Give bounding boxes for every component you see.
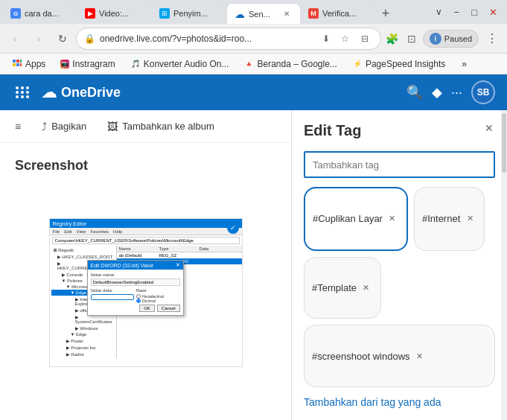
apps-bookmark-label: Apps	[25, 59, 45, 69]
add-tab-button[interactable]: +	[375, 3, 396, 24]
svg-rect-3	[13, 63, 16, 66]
share-icon: ⤴	[42, 121, 47, 133]
bookmark-instragram[interactable]: 📷 Instragram	[54, 57, 121, 71]
tag-input-field[interactable]	[304, 151, 495, 178]
tab-onedrive[interactable]: ☁ Sen... ✕	[226, 3, 301, 24]
bookmark-konverter[interactable]: 🎵 Konverter Audio On...	[124, 57, 235, 71]
refresh-button[interactable]: ↻	[52, 28, 73, 49]
forward-button[interactable]: ›	[28, 28, 49, 49]
address-bar-row: ‹ › ↻ 🔒 onedrive.live.com/?v=photos&id=r…	[0, 24, 507, 54]
download-icon[interactable]: ⬇	[318, 31, 334, 47]
more-bookmarks-button[interactable]: »	[456, 57, 473, 71]
tab-title-5: Verifica...	[322, 9, 356, 18]
paused-label: Paused	[444, 34, 472, 43]
star-icon[interactable]: ☆	[337, 31, 354, 47]
konverter-icon: 🎵	[130, 59, 141, 69]
tag-label-cuplikan: #Cuplikan Layar	[313, 213, 383, 224]
svg-rect-5	[20, 63, 22, 66]
tag-remove-screenshoot[interactable]: ✕	[413, 349, 427, 363]
album-icon: 🖼	[107, 121, 118, 133]
apps-bookmark-icon	[12, 59, 22, 69]
instragram-icon: 📷	[60, 60, 69, 69]
browser-menu-button[interactable]: ⋮	[482, 28, 503, 49]
address-field[interactable]: 🔒 onedrive.live.com/?v=photos&id=roo... …	[76, 28, 381, 50]
tag-template[interactable]: #Template ✕	[304, 257, 381, 319]
premium-icon[interactable]: ◆	[432, 84, 442, 101]
onedrive-logo-text: OneDrive	[61, 85, 121, 101]
tag-cuplikan-layar[interactable]: #Cuplikan Layar ✕	[304, 187, 408, 251]
extensions-icon[interactable]: 🧩	[384, 31, 401, 47]
header-more-button[interactable]: ···	[451, 85, 462, 101]
tag-label-template: #Template	[312, 282, 357, 293]
svg-rect-0	[13, 60, 16, 63]
extension-avatar-label: i	[434, 35, 436, 42]
header-actions: 🔍 ◆ ··· SB	[406, 80, 495, 104]
tag-list: #Cuplikan Layar ✕ #Internet ✕ #Template …	[304, 187, 495, 387]
tag-screenshoot-windows[interactable]: #screenshoot windows ✕	[304, 325, 495, 387]
screenshot-thumbnail[interactable]: Registry Editor FileEditViewFavoritesHel…	[49, 218, 243, 367]
tab-close-4[interactable]: ✕	[281, 8, 293, 20]
search-icon[interactable]: 🔍	[406, 84, 423, 101]
lock-icon: 🔒	[84, 34, 95, 44]
tab-favicon-5: M	[308, 8, 319, 19]
beranda-icon: 🔺	[243, 59, 254, 69]
extension-avatar-icon: i	[430, 33, 441, 45]
close-button[interactable]: ✕	[485, 5, 501, 19]
tag-remove-cuplikan[interactable]: ✕	[386, 212, 399, 226]
add-from-existing-link[interactable]: Tambahkan dari tag yang ada	[304, 396, 495, 408]
window-controls: ∨ − □ ✕	[426, 0, 507, 24]
onedrive-logo[interactable]: ☁ OneDrive	[42, 83, 121, 101]
tab-title-4: Sen...	[249, 10, 270, 19]
apps-grid-icon[interactable]	[12, 82, 33, 103]
tab-penyim[interactable]: ⊞ Penyim...	[152, 3, 226, 24]
tab-verifica[interactable]: M Verifica...	[301, 3, 375, 24]
pagespeed-icon: ⚡	[352, 59, 363, 69]
tag-remove-template[interactable]: ✕	[360, 281, 373, 294]
user-avatar[interactable]: SB	[471, 80, 495, 104]
address-text: onedrive.live.com/?v=photos&id=roo...	[100, 34, 252, 44]
photo-toolbar: ≡ ⤴ Bagikan 🖼 Tambahkan ke album	[0, 110, 291, 143]
tag-remove-internet[interactable]: ✕	[463, 212, 476, 226]
collection-icon[interactable]: ⊟	[357, 31, 373, 47]
bookmark-pagespeed[interactable]: ⚡ PageSpeed Insights	[346, 57, 451, 71]
tab-title-1: cara da...	[25, 9, 59, 18]
tab-list-icon[interactable]: ∨	[432, 5, 446, 19]
tag-panel: ✕ Edit Tag #Cuplikan Layar ✕ #Internet ✕…	[291, 110, 507, 420]
bookmark-apps[interactable]: Apps	[6, 57, 51, 71]
main-content: ≡ ⤴ Bagikan 🖼 Tambahkan ke album Screens…	[0, 110, 507, 420]
sidebar-icon[interactable]: ⊡	[404, 31, 420, 47]
tab-favicon-3: ⊞	[159, 8, 170, 19]
beranda-label: Beranda – Google...	[257, 59, 337, 69]
waffle-icon	[16, 86, 30, 98]
photo-panel: ≡ ⤴ Bagikan 🖼 Tambahkan ke album Screens…	[0, 110, 291, 420]
add-album-button[interactable]: 🖼 Tambahkan ke album	[101, 118, 220, 136]
tab-cara-da[interactable]: G cara da...	[3, 3, 77, 24]
tab-video[interactable]: ▶ Video:...	[77, 3, 152, 24]
tag-scrollbar[interactable]	[501, 110, 507, 420]
share-label: Bagikan	[51, 121, 86, 132]
tab-strip: G cara da... ▶ Video:... ⊞ Penyim... ☁ S…	[0, 0, 426, 24]
photo-container: Screenshot Registry Editor FileEditViewF…	[0, 143, 291, 420]
tab-favicon-2: ▶	[85, 8, 95, 19]
tag-label-screenshoot: #screenshoot windows	[312, 351, 410, 362]
tab-favicon-4: ☁	[235, 9, 245, 19]
bookmark-beranda[interactable]: 🔺 Beranda – Google...	[237, 57, 342, 71]
hamburger-icon: ≡	[15, 121, 21, 133]
paused-extension-button[interactable]: i Paused	[423, 30, 479, 48]
photo-title: Screenshot	[15, 158, 88, 174]
pagespeed-label: PageSpeed Insights	[366, 59, 445, 69]
bookmarks-bar: Apps 📷 Instragram 🎵 Konverter Audio On..…	[0, 54, 507, 74]
back-button[interactable]: ‹	[4, 28, 25, 49]
tag-panel-close-button[interactable]: ✕	[480, 119, 498, 137]
tag-internet[interactable]: #Internet ✕	[414, 187, 485, 251]
address-icons: ⬇ ☆ ⊟	[318, 31, 373, 47]
minimize-button[interactable]: −	[450, 5, 464, 19]
hamburger-menu-button[interactable]: ≡	[9, 118, 27, 136]
tab-favicon-1: G	[10, 8, 21, 19]
browser-titlebar: G cara da... ▶ Video:... ⊞ Penyim... ☁ S…	[0, 0, 507, 24]
tag-panel-title: Edit Tag	[304, 122, 495, 139]
tab-title-3: Penyim...	[173, 9, 208, 18]
maximize-button[interactable]: □	[468, 5, 481, 19]
onedrive-cloud-icon: ☁	[42, 83, 57, 101]
share-toolbar-button[interactable]: ⤴ Bagikan	[36, 118, 92, 136]
